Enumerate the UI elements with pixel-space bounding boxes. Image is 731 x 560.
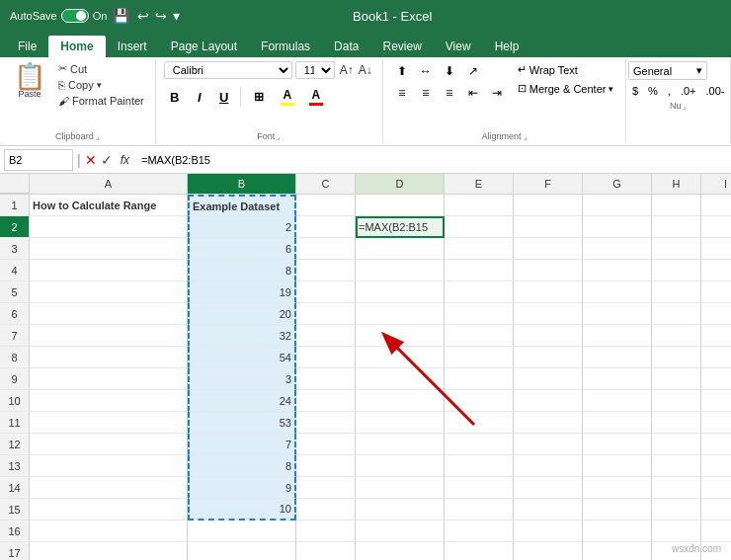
cell-f13[interactable] [514, 455, 583, 477]
cell-a14[interactable] [30, 477, 188, 499]
cell-a2[interactable] [30, 216, 188, 238]
cell-f12[interactable] [514, 434, 583, 455]
cell-e17[interactable] [445, 542, 514, 560]
tab-page-layout[interactable]: Page Layout [159, 36, 249, 57]
cancel-formula-button[interactable]: ✕ [85, 152, 97, 168]
cell-h15[interactable] [652, 499, 701, 520]
cell-g14[interactable] [583, 477, 652, 499]
cell-c12[interactable] [296, 434, 356, 455]
row-header-1[interactable]: 1 [0, 195, 30, 216]
cell-d2[interactable]: =MAX(B2:B15 MAX(number1, [number2], ...) [356, 216, 445, 238]
cell-b14[interactable]: 9 [188, 477, 296, 499]
cell-f9[interactable] [514, 368, 583, 390]
col-header-d[interactable]: D [356, 174, 445, 194]
clipboard-expand-icon[interactable]: ⌟ [96, 132, 100, 141]
cell-g4[interactable] [583, 260, 652, 281]
cell-c10[interactable] [296, 390, 356, 412]
copy-button[interactable]: ⎘ Copy ▾ [55, 78, 147, 92]
tab-home[interactable]: Home [48, 36, 105, 57]
bold-button[interactable]: B [164, 86, 186, 108]
cell-b8[interactable]: 54 [188, 347, 296, 368]
row-header-2[interactable]: 2 [0, 216, 30, 238]
cell-a10[interactable] [30, 390, 188, 412]
cell-g15[interactable] [583, 499, 652, 520]
cell-d8[interactable] [356, 347, 445, 368]
cell-i15[interactable] [701, 499, 731, 520]
cell-f17[interactable] [514, 542, 583, 560]
col-header-c[interactable]: C [296, 174, 356, 194]
number-format-select[interactable]: General ▾ [628, 61, 707, 80]
comma-btn[interactable]: % [644, 83, 662, 99]
cell-c4[interactable] [296, 260, 356, 281]
cell-g13[interactable] [583, 455, 652, 477]
cell-e3[interactable] [445, 238, 514, 260]
cell-h12[interactable] [652, 434, 701, 455]
cell-b15[interactable]: 10 [188, 499, 296, 520]
align-right-button[interactable]: ≡ [439, 83, 460, 103]
cell-e1[interactable] [445, 195, 514, 216]
row-header-12[interactable]: 12 [0, 434, 30, 455]
tab-view[interactable]: View [434, 36, 483, 57]
cell-h8[interactable] [652, 347, 701, 368]
cell-e7[interactable] [445, 325, 514, 347]
undo-button[interactable]: ↩ [135, 8, 151, 24]
underline-button[interactable]: U [213, 86, 235, 108]
cell-b17[interactable] [188, 542, 296, 560]
row-header-17[interactable]: 17 [0, 542, 30, 560]
cell-h3[interactable] [652, 238, 701, 260]
cell-h11[interactable] [652, 412, 701, 434]
alignment-expand-icon[interactable]: ⌟ [524, 132, 528, 141]
cell-h1[interactable] [652, 195, 701, 216]
confirm-formula-button[interactable]: ✓ [101, 152, 113, 168]
cell-a7[interactable] [30, 325, 188, 347]
cell-d13[interactable] [356, 455, 445, 477]
cell-i5[interactable] [701, 281, 731, 303]
cell-a15[interactable] [30, 499, 188, 520]
font-name-select[interactable]: Calibri [164, 61, 292, 79]
cell-a5[interactable] [30, 281, 188, 303]
cell-h5[interactable] [652, 281, 701, 303]
wrap-text-button[interactable]: ↵ Wrap Text [514, 61, 618, 78]
redo-button[interactable]: ↪ [153, 8, 169, 24]
align-center-button[interactable]: ≡ [415, 83, 437, 103]
name-box[interactable]: B2 [4, 149, 73, 171]
cell-e2[interactable] [445, 216, 514, 238]
tab-formulas[interactable]: Formulas [249, 36, 322, 57]
cell-g9[interactable] [583, 368, 652, 390]
cell-i6[interactable] [701, 303, 731, 325]
cell-d3[interactable] [356, 238, 445, 260]
cell-g3[interactable] [583, 238, 652, 260]
row-header-7[interactable]: 7 [0, 325, 30, 347]
cell-e10[interactable] [445, 390, 514, 412]
font-expand-icon[interactable]: ⌟ [277, 132, 281, 141]
tab-review[interactable]: Review [370, 36, 433, 57]
cell-b4[interactable]: 8 [188, 260, 296, 281]
cell-c5[interactable] [296, 281, 356, 303]
cell-b1[interactable]: Example Dataset [188, 195, 296, 216]
autosave-pill[interactable] [61, 9, 89, 23]
cell-f10[interactable] [514, 390, 583, 412]
col-header-f[interactable]: F [514, 174, 583, 194]
cell-c8[interactable] [296, 347, 356, 368]
cell-d1[interactable] [356, 195, 445, 216]
cell-d5[interactable] [356, 281, 445, 303]
cell-i4[interactable] [701, 260, 731, 281]
tab-data[interactable]: Data [322, 36, 370, 57]
cell-i1[interactable] [701, 195, 731, 216]
fill-color-button[interactable]: A [275, 86, 300, 108]
cell-a12[interactable] [30, 434, 188, 455]
cell-g6[interactable] [583, 303, 652, 325]
cell-h2[interactable] [652, 216, 701, 238]
cell-a11[interactable] [30, 412, 188, 434]
cell-d15[interactable] [356, 499, 445, 520]
cell-f5[interactable] [514, 281, 583, 303]
cell-d6[interactable] [356, 303, 445, 325]
cell-g10[interactable] [583, 390, 652, 412]
save-icon[interactable]: 💾 [113, 8, 129, 24]
cell-e8[interactable] [445, 347, 514, 368]
cell-c2[interactable] [296, 216, 356, 238]
cell-a1[interactable]: How to Calculate Range [30, 195, 188, 216]
copy-dropdown-icon[interactable]: ▾ [97, 80, 102, 90]
cell-c11[interactable] [296, 412, 356, 434]
cell-h13[interactable] [652, 455, 701, 477]
